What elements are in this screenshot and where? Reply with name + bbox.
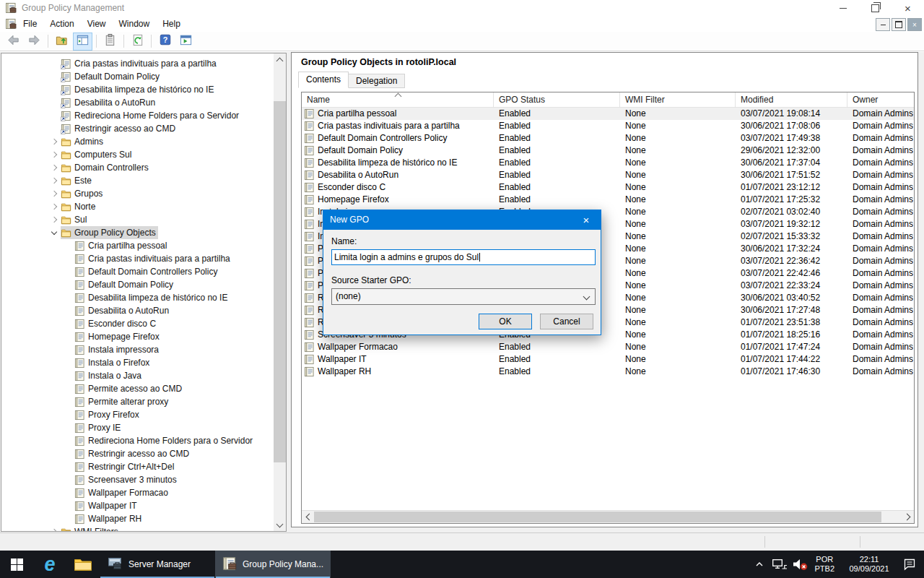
tree-item[interactable]: Wallpaper RH	[1, 512, 274, 525]
tree-item[interactable]: Default Domain Policy	[1, 70, 274, 83]
column-header-gpo-status[interactable]: GPO Status	[494, 92, 620, 107]
scroll-up-icon[interactable]	[274, 53, 286, 66]
tree-item[interactable]: Instala o Firefox	[1, 356, 274, 369]
tree-item[interactable]: Cria pastas indivituais para a partilha	[1, 57, 274, 70]
tree-item[interactable]: Restringir acesso ao CMD	[1, 447, 274, 460]
tree-item[interactable]: Default Domain Controllers Policy	[1, 265, 274, 278]
chevron-right-icon[interactable]	[48, 530, 61, 531]
menu-item-window[interactable]: Window	[113, 19, 157, 29]
table-row[interactable]: Cria partilha pessoalEnabledNone03/07/20…	[302, 108, 914, 120]
scroll-left-icon[interactable]	[302, 511, 314, 522]
new-window-button[interactable]	[176, 33, 196, 51]
show-hidden-icons-button[interactable]	[751, 561, 768, 567]
menu-item-view[interactable]: View	[81, 19, 113, 29]
tree-item[interactable]: Norte	[1, 200, 274, 213]
refresh-button[interactable]	[128, 33, 147, 51]
chevron-right-icon[interactable]	[48, 204, 61, 209]
menu-item-file[interactable]: File	[17, 19, 43, 29]
menu-item-help[interactable]: Help	[156, 19, 187, 29]
gpo-name-input[interactable]: Limita login a admins e grupos do Sul	[331, 249, 596, 265]
tree-item[interactable]: Restringir Ctrl+Alt+Del	[1, 460, 274, 473]
tree-item[interactable]: Wallpaper Formacao	[1, 486, 274, 499]
tree-item[interactable]: Desabilita limpeza de histórico no IE	[1, 83, 274, 96]
start-button[interactable]	[0, 551, 33, 578]
tree-item[interactable]: Instala o Java	[1, 369, 274, 382]
child-minimize-button[interactable]	[876, 18, 890, 31]
tree-item[interactable]: Permite alterar proxy	[1, 395, 274, 408]
tree-item[interactable]: Cria pastas indivituais para a partilha	[1, 252, 274, 265]
ok-button[interactable]: OK	[479, 314, 532, 329]
tree-item[interactable]: Grupos	[1, 187, 274, 200]
tree-item[interactable]: Redireciona Home Folders para o Servidor	[1, 109, 274, 122]
restore-button[interactable]	[859, 0, 892, 16]
tree-item[interactable]: Domain Controllers	[1, 161, 274, 174]
tree-item[interactable]: Redireciona Home Folders para o Servidor	[1, 434, 274, 447]
tree-item[interactable]: Desabilita o AutoRun	[1, 96, 274, 109]
chevron-right-icon[interactable]	[48, 152, 61, 157]
chevron-right-icon[interactable]	[48, 165, 61, 170]
column-header-wmi-filter[interactable]: WMI Filter	[620, 92, 736, 107]
table-row[interactable]: Default Domain PolicyEnabledNone29/06/20…	[302, 144, 914, 157]
clipboard-button[interactable]	[100, 33, 120, 51]
tree-item[interactable]: Este	[1, 174, 274, 187]
language-indicator[interactable]: POR PTB2	[814, 555, 834, 574]
tree-item[interactable]: Sul	[1, 213, 274, 226]
file-explorer-icon[interactable]	[66, 551, 100, 578]
chevron-right-icon[interactable]	[48, 191, 61, 196]
tree-item[interactable]: Cria partilha pessoal	[1, 239, 274, 252]
tab-contents[interactable]: Contents	[298, 72, 349, 88]
forward-button[interactable]	[25, 33, 44, 51]
taskbar-app-server-manager[interactable]: Server Manager	[100, 551, 215, 578]
table-row[interactable]: Cria pastas indivituais para a partilhaE…	[302, 120, 914, 132]
console-tree-button[interactable]	[73, 33, 92, 51]
tree-item[interactable]: Homepage Firefox	[1, 330, 274, 343]
column-header-owner[interactable]: Owner	[847, 92, 914, 107]
minimize-button[interactable]	[827, 0, 859, 16]
horizontal-scrollbar[interactable]	[302, 510, 914, 523]
tree-item[interactable]: Computers Sul	[1, 148, 274, 161]
tree-item[interactable]: Permite acesso ao CMD	[1, 382, 274, 395]
internet-explorer-icon[interactable]: e	[33, 551, 66, 578]
column-header-name[interactable]: Name	[302, 92, 494, 107]
chevron-right-icon[interactable]	[48, 178, 61, 183]
tree-item[interactable]: Admins	[1, 135, 274, 148]
tree-item[interactable]: Group Policy Objects	[1, 226, 274, 239]
tree-item[interactable]: Screensaver 3 minutos	[1, 473, 274, 486]
child-restore-button[interactable]	[892, 18, 906, 31]
horizontal-scrollbar-thumb[interactable]	[314, 512, 881, 522]
tree-item[interactable]: Restringir acesso ao CMD	[1, 122, 274, 135]
volume-muted-icon[interactable]	[791, 558, 808, 571]
table-row[interactable]: Esconder disco CEnabledNone01/07/2021 23…	[302, 181, 914, 194]
child-close-button[interactable]: ×	[907, 18, 922, 31]
tree-item[interactable]: Proxy Firefox	[1, 408, 274, 421]
table-row[interactable]: Desabilita o AutoRunEnabledNone30/06/202…	[302, 169, 914, 181]
source-starter-gpo-select[interactable]: (none)	[331, 288, 596, 305]
table-row[interactable]: Wallpaper FormacaoEnabledNone01/07/2021 …	[302, 341, 914, 353]
taskbar-app-group-policy-mana-[interactable]: Group Policy Mana...	[215, 551, 331, 578]
dialog-close-icon[interactable]: ×	[572, 210, 601, 230]
tree-item[interactable]: Wallpaper IT	[1, 499, 274, 512]
tree-item[interactable]: WMI Filters	[1, 525, 274, 531]
tree-scrollbar-thumb[interactable]	[274, 101, 286, 462]
tree-scrollbar[interactable]	[274, 53, 286, 531]
tree-item[interactable]: Instala impressora	[1, 343, 274, 356]
table-row[interactable]: Default Domain Controllers PolicyEnabled…	[302, 132, 914, 144]
scroll-down-icon[interactable]	[274, 519, 286, 531]
action-center-icon[interactable]	[901, 557, 918, 571]
tree-item[interactable]: Desabilita limpeza de histórico no IE	[1, 291, 274, 304]
tab-delegation[interactable]: Delegation	[349, 74, 405, 88]
tree-item[interactable]: Esconder disco C	[1, 317, 274, 330]
table-row[interactable]: Desabilita limpeza de histórico no IEEna…	[302, 157, 914, 169]
tree-item[interactable]: Desabilita o AutoRun	[1, 304, 274, 317]
menu-item-action[interactable]: Action	[43, 19, 80, 29]
table-row[interactable]: Wallpaper RHEnabledNone01/07/2021 17:46:…	[302, 366, 914, 378]
help-button[interactable]: ?	[155, 33, 175, 51]
clock[interactable]: 22:11 09/09/2021	[843, 555, 895, 574]
table-row[interactable]: Wallpaper ITEnabledNone01/07/2021 17:44:…	[302, 353, 914, 366]
column-header-modified[interactable]: Modified	[736, 92, 847, 107]
folder-up-button[interactable]	[52, 33, 71, 51]
close-button[interactable]: ×	[892, 0, 924, 16]
tree-item[interactable]: Proxy IE	[1, 421, 274, 434]
chevron-right-icon[interactable]	[48, 217, 61, 222]
chevron-right-icon[interactable]	[48, 139, 61, 144]
